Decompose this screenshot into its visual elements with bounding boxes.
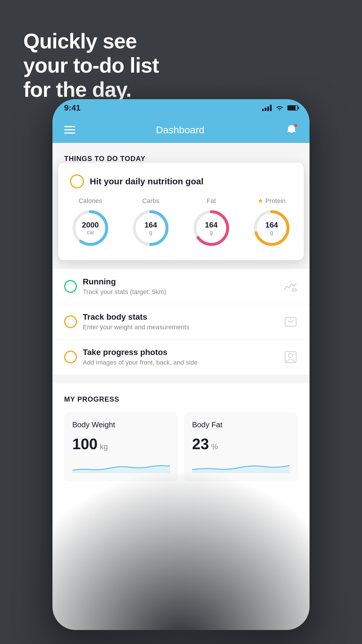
carbs-circle: 164 g <box>130 208 171 249</box>
body-fat-value: 23 % <box>192 435 290 453</box>
todo-item-body-stats[interactable]: Track body stats Enter your weight and m… <box>52 304 310 340</box>
carbs-label: Carbs <box>142 197 159 205</box>
wifi-icon <box>275 105 284 111</box>
todo-item-running[interactable]: Running Track your stats (target: 5km) <box>52 269 310 304</box>
progress-cards: Body Weight 100 kg Body Fat <box>64 412 298 481</box>
running-title: Running <box>83 277 277 286</box>
status-time: 9:41 <box>64 103 80 113</box>
fat-label: Fat <box>207 197 216 205</box>
nutrition-grid: Calories 2000 cal Carbs <box>70 197 292 249</box>
progress-title: MY PROGRESS <box>64 395 298 403</box>
headline-line1: Quickly see <box>23 29 137 53</box>
nutrition-carbs: Carbs 164 g <box>130 197 171 249</box>
fat-circle: 164 g <box>191 208 232 249</box>
body-stats-checkbox[interactable] <box>64 315 77 328</box>
svg-point-12 <box>289 354 293 358</box>
body-weight-chart <box>72 459 170 473</box>
running-icon <box>283 279 298 294</box>
nutrition-card-header: Hit your daily nutrition goal <box>70 174 292 188</box>
nutrition-checkbox[interactable] <box>70 174 84 188</box>
running-subtitle: Track your stats (target: 5km) <box>83 288 277 296</box>
fat-value: 164 <box>205 220 217 230</box>
things-to-do-title: THINGS TO DO TODAY <box>52 155 310 163</box>
body-fat-unit: % <box>211 442 218 451</box>
phone-frame: 9:41 Dashboard <box>52 99 310 630</box>
signal-icon <box>262 105 272 111</box>
calories-circle: 2000 cal <box>70 208 111 249</box>
body-weight-card-title: Body Weight <box>72 420 170 429</box>
nutrition-card-title: Hit your daily nutrition goal <box>90 176 203 186</box>
running-text: Running Track your stats (target: 5km) <box>83 277 277 296</box>
running-checkbox[interactable] <box>64 280 77 293</box>
progress-section: MY PROGRESS Body Weight 100 kg <box>52 384 310 481</box>
body-fat-number: 23 <box>192 435 209 453</box>
calories-value: 2000 <box>82 220 99 230</box>
status-bar: 9:41 <box>52 99 310 117</box>
photos-checkbox[interactable] <box>64 351 77 363</box>
calories-label: Calories <box>79 197 102 205</box>
body-stats-title: Track body stats <box>83 312 277 322</box>
body-weight-card: Body Weight 100 kg <box>64 412 178 481</box>
body-stats-subtitle: Enter your weight and measurements <box>83 323 277 331</box>
app-title: Dashboard <box>156 124 204 136</box>
photos-text: Take progress photos Add images of your … <box>83 348 277 366</box>
body-weight-unit: kg <box>100 442 108 451</box>
body-fat-card: Body Fat 23 % <box>184 412 298 481</box>
status-icons <box>262 105 298 111</box>
menu-button[interactable] <box>64 126 75 134</box>
nutrition-protein: ★ Protein 164 g <box>251 197 292 249</box>
photos-subtitle: Add images of your front, back, and side <box>83 359 277 366</box>
notification-button[interactable] <box>285 123 298 136</box>
notification-badge <box>294 123 298 127</box>
body-stats-text: Track body stats Enter your weight and m… <box>83 312 277 331</box>
photos-title: Take progress photos <box>83 348 277 357</box>
nutrition-fat: Fat 164 g <box>191 197 232 249</box>
app-header: Dashboard <box>52 117 310 143</box>
headline-line3: for the day. <box>23 78 131 101</box>
todo-item-photos[interactable]: Take progress photos Add images of your … <box>52 340 310 375</box>
body-weight-number: 100 <box>72 435 98 453</box>
body-weight-value: 100 kg <box>72 435 170 453</box>
nutrition-card: Hit your daily nutrition goal Calories 2… <box>58 163 304 260</box>
person-icon <box>283 350 298 364</box>
body-fat-card-title: Body Fat <box>192 420 290 429</box>
headline: Quickly see your to-do list for the day. <box>23 29 159 102</box>
carbs-value: 164 <box>145 220 157 230</box>
protein-value: 164 <box>265 220 278 230</box>
protein-star-icon: ★ <box>258 197 263 205</box>
body-fat-chart <box>192 459 290 473</box>
battery-icon <box>287 105 298 111</box>
nutrition-calories: Calories 2000 cal <box>70 197 111 249</box>
protein-label: Protein <box>265 197 286 205</box>
todo-list: Running Track your stats (target: 5km) T… <box>52 269 310 375</box>
protein-circle: 164 g <box>251 208 292 249</box>
scale-icon <box>283 314 298 329</box>
content-area: THINGS TO DO TODAY Hit your daily nutrit… <box>52 143 310 481</box>
headline-line2: your to-do list <box>23 54 159 77</box>
